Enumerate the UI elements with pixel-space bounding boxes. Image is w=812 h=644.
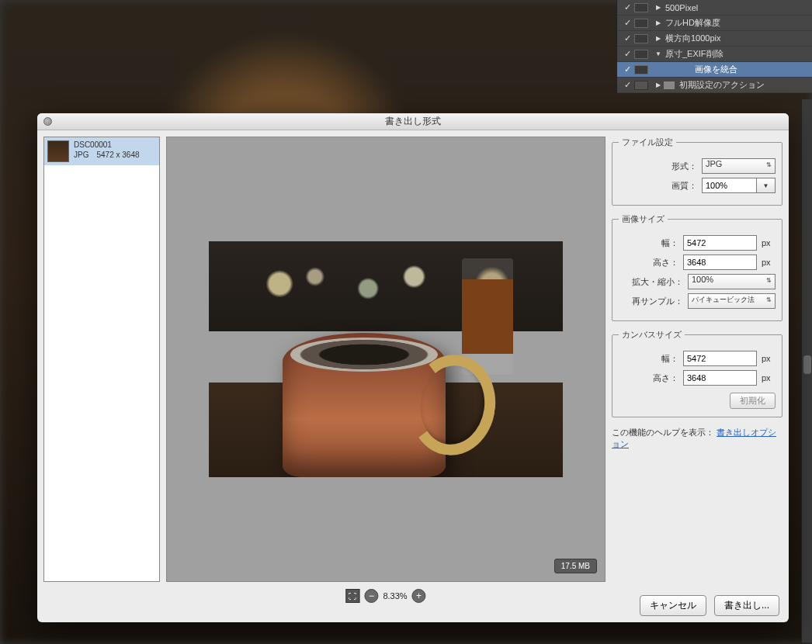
scale-value: 100% (692, 275, 713, 284)
quality-input[interactable]: ▼ (702, 178, 776, 193)
photo-mug (283, 333, 446, 477)
quality-field[interactable] (702, 178, 756, 193)
checkbox-icon[interactable] (634, 3, 648, 12)
scrollbar-thumb[interactable] (803, 355, 811, 374)
file-ext: JPG (74, 151, 88, 159)
file-dims: 5472 x 3648 (96, 151, 139, 159)
help-line: この機能のヘルプを表示： 書き出しオプション (612, 427, 783, 450)
zoom-out-icon[interactable]: − (364, 589, 378, 603)
disclosure-icon[interactable]: ▶ (653, 19, 664, 26)
format-value: JPG (706, 159, 722, 168)
unit-px: px (762, 354, 776, 363)
preview-pane[interactable]: 17.5 MB ⛶ − 8.33% + (166, 137, 606, 582)
width-label: 幅： (661, 237, 678, 249)
action-row-1000pix[interactable]: ✓ ▶ 横方向1000pix (617, 31, 812, 47)
export-button[interactable]: 書き出し... (714, 595, 779, 616)
check-icon: ✓ (620, 80, 634, 90)
checkbox-icon[interactable] (634, 65, 648, 74)
disclosure-icon[interactable]: ▶ (653, 35, 664, 42)
action-row-500pixel[interactable]: ✓ ▶ 500Pixel (617, 0, 812, 16)
checkbox-icon[interactable] (634, 19, 648, 28)
thumbnail (47, 140, 69, 162)
check-icon: ✓ (620, 33, 634, 43)
scale-label: 拡大・縮小： (632, 276, 683, 288)
preview-image (209, 241, 563, 477)
zoom-level: 8.33% (383, 591, 407, 601)
action-label: 初期設定のアクション (678, 79, 809, 91)
resample-value: バイキュービック法 (692, 296, 755, 303)
action-row-default[interactable]: ✓ ▶ 初期設定のアクション (617, 78, 812, 93)
file-name: DSC00001 (74, 140, 140, 149)
legend-canvas-size: カンバスサイズ (619, 329, 685, 341)
action-row-exif[interactable]: ✓ ▼ 原寸_EXIF削除 (617, 47, 812, 62)
reset-button[interactable]: 初期化 (730, 393, 776, 409)
settings-panel: ファイル設定 形式： JPG ⇅ 画質： ▼ 画像サイズ (612, 137, 783, 582)
canvas-height-input[interactable] (683, 370, 757, 386)
resample-select[interactable]: バイキュービック法 ⇅ (688, 293, 776, 309)
chevron-updown-icon: ⇅ (766, 277, 772, 284)
canvas-width-input[interactable] (683, 351, 757, 366)
height-label: 高さ： (653, 257, 678, 268)
legend-image-size: 画像サイズ (619, 213, 668, 225)
quality-label: 画質： (671, 180, 697, 192)
resample-label: 再サンプル： (632, 296, 683, 307)
check-icon: ✓ (620, 64, 634, 74)
chevron-updown-icon: ⇅ (766, 161, 772, 168)
width-input[interactable] (683, 235, 757, 251)
file-info: DSC00001 JPG 5472 x 3648 (74, 140, 140, 162)
action-row-merge[interactable]: ✓ 画像を統合 (617, 62, 812, 78)
format-label: 形式： (671, 161, 697, 172)
legend-file-settings: ファイル設定 (619, 137, 676, 148)
close-icon[interactable] (43, 117, 52, 126)
action-label: フルHD解像度 (664, 17, 809, 29)
check-icon: ✓ (620, 49, 634, 59)
action-row-fullhd[interactable]: ✓ ▶ フルHD解像度 (617, 16, 812, 31)
folder-icon (664, 81, 675, 89)
checkbox-icon[interactable] (634, 50, 648, 59)
fieldset-canvas-size: カンバスサイズ 幅： px 高さ： px 初期化 (612, 329, 783, 417)
check-icon: ✓ (620, 18, 634, 28)
action-label: 画像を統合 (664, 64, 809, 75)
check-icon: ✓ (620, 2, 634, 12)
fieldset-file-settings: ファイル設定 形式： JPG ⇅ 画質： ▼ (612, 137, 783, 206)
cancel-button[interactable]: キャンセル (640, 595, 706, 616)
help-prefix: この機能のヘルプを表示： (612, 428, 714, 437)
fit-icon[interactable]: ⛶ (345, 589, 359, 603)
fieldset-image-size: 画像サイズ 幅： px 高さ： px 拡大・縮小： 100% ⇅ (612, 213, 783, 321)
zoom-bar: ⛶ − 8.33% + (345, 589, 425, 603)
scrollbar[interactable] (801, 99, 812, 642)
dialog-title: 書き出し形式 (385, 115, 441, 128)
file-row[interactable]: DSC00001 JPG 5472 x 3648 (44, 137, 159, 165)
height-input[interactable] (683, 254, 757, 270)
actions-panel: ✓ ▶ 500Pixel ✓ ▶ フルHD解像度 ✓ ▶ 横方向1000pix … (616, 0, 812, 93)
unit-px: px (762, 238, 776, 248)
export-dialog: 書き出し形式 DSC00001 JPG 5472 x 3648 (37, 113, 789, 622)
chevron-updown-icon: ⇅ (766, 296, 772, 303)
titlebar[interactable]: 書き出し形式 (37, 113, 789, 130)
format-select[interactable]: JPG ⇅ (702, 158, 776, 174)
disclosure-icon[interactable]: ▶ (653, 4, 664, 11)
unit-px: px (762, 258, 776, 267)
zoom-in-icon[interactable]: + (412, 589, 426, 603)
menu-icon[interactable] (634, 81, 648, 90)
disclosure-icon[interactable]: ▶ (653, 81, 664, 88)
disclosure-icon[interactable]: ▼ (653, 50, 664, 57)
action-label: 横方向1000pix (664, 33, 809, 44)
action-label: 500Pixel (664, 3, 809, 12)
canvas-width-label: 幅： (661, 353, 678, 365)
canvas-height-label: 高さ： (653, 372, 678, 384)
action-label: 原寸_EXIF削除 (664, 48, 809, 60)
unit-px: px (762, 373, 776, 383)
checkbox-icon[interactable] (634, 34, 648, 43)
scale-select[interactable]: 100% ⇅ (688, 274, 776, 289)
filesize-badge: 17.5 MB (554, 559, 597, 573)
file-list: DSC00001 JPG 5472 x 3648 (43, 137, 160, 582)
chevron-down-icon[interactable]: ▼ (756, 178, 776, 193)
